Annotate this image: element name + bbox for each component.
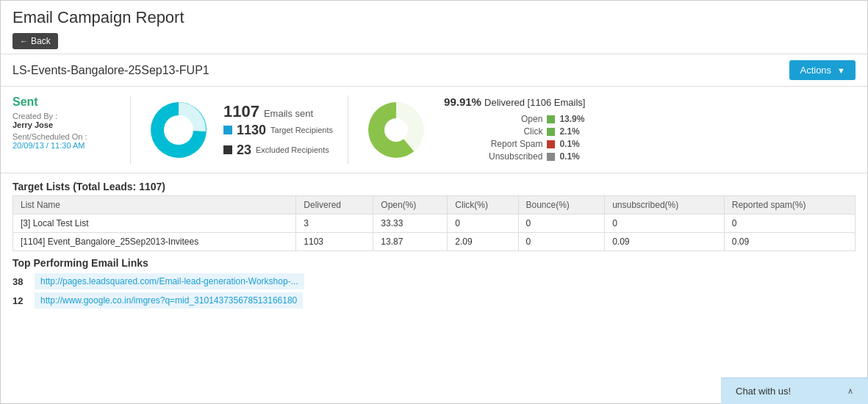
- cell-list-name: [1104] Event_Bangalore_25Sep2013-Invitee…: [13, 233, 296, 251]
- delivered-label: Delivered [1106 Emails]: [484, 97, 585, 108]
- table-row: [1104] Event_Bangalore_25Sep2013-Invitee…: [13, 233, 856, 251]
- svg-point-1: [164, 115, 193, 145]
- col-delivered: Delivered: [296, 196, 373, 214]
- table-row: [3] Local Test List 3 33.33 0 0 0 0: [13, 214, 856, 233]
- back-button[interactable]: ← Back: [12, 33, 58, 49]
- created-by-label: Created By :: [12, 112, 118, 120]
- cell-click: 2.09: [448, 233, 518, 251]
- link-row: 38 http://pages.leadsquared.com/Email-le…: [12, 273, 856, 289]
- open-label: Open: [476, 114, 542, 124]
- cell-delivered: 3: [296, 214, 373, 233]
- back-arrow-icon: ←: [20, 37, 28, 46]
- link-url[interactable]: http://www.google.co.in/imgres?q=mid_310…: [35, 292, 303, 309]
- sent-scheduled-label: Sent/Scheduled On :: [12, 132, 118, 141]
- cell-click: 0: [448, 214, 518, 233]
- unsub-value: 0.1%: [559, 151, 585, 162]
- target-square-icon: [223, 126, 232, 134]
- svg-point-3: [384, 118, 408, 142]
- open-value: 13.9%: [559, 114, 585, 124]
- actions-button[interactable]: Actions ▼: [789, 60, 856, 80]
- sent-scheduled-value: 20/09/13 / 11:30 AM: [12, 141, 118, 150]
- cell-unsub: 0: [605, 214, 725, 233]
- click-color-icon: [547, 128, 555, 136]
- target-lists-table: List Name Delivered Open(%) Click(%) Bou…: [12, 195, 856, 251]
- spam-color-icon: [547, 140, 555, 148]
- unsub-stat-row: Unsubscribed 0.1%: [444, 151, 585, 162]
- delivered-title: 99.91% Delivered [1106 Emails]: [444, 95, 585, 108]
- link-count: 38: [12, 276, 27, 287]
- chat-arrow-icon: ∧: [847, 386, 853, 396]
- cell-spam: 0: [724, 214, 855, 233]
- page-title: Email Campaign Report: [12, 8, 856, 27]
- cell-list-name: [3] Local Test List: [13, 214, 296, 233]
- col-list-name: List Name: [13, 196, 296, 214]
- recipients-list: 1130 Target Recipients 23 Excluded Recip…: [223, 123, 333, 158]
- excluded-label: Excluded Recipients: [256, 145, 329, 154]
- click-value: 2.1%: [559, 126, 585, 137]
- spam-label: Report Spam: [476, 139, 542, 149]
- target-number: 1130: [237, 123, 266, 138]
- col-spam: Reported spam(%): [724, 196, 855, 214]
- click-label: Click: [476, 126, 542, 137]
- col-open: Open(%): [373, 196, 448, 214]
- delivered-section: 99.91% Delivered [1106 Emails] Open 13.9…: [348, 95, 856, 164]
- open-stat-row: Open 13.9%: [444, 114, 585, 124]
- cell-delivered: 1103: [296, 233, 373, 251]
- target-label: Target Recipients: [270, 126, 333, 134]
- excluded-square-icon: [223, 145, 232, 154]
- target-lists-title: Target Lists (Total Leads: 1107): [1, 173, 867, 195]
- excluded-recipients-item: 23 Excluded Recipients: [223, 143, 333, 158]
- top-links-list: 38 http://pages.leadsquared.com/Email-le…: [12, 273, 856, 309]
- cell-open: 13.87: [373, 233, 448, 251]
- col-unsub: unsubscribed(%): [605, 196, 725, 214]
- cell-bounce: 0: [518, 233, 605, 251]
- cell-unsub: 0.09: [605, 233, 725, 251]
- stats-area: Sent Created By : Jerry Jose Sent/Schedu…: [1, 87, 867, 173]
- emails-sent-suffix: Emails sent: [264, 108, 313, 119]
- delivered-chart: [363, 97, 429, 163]
- table-header-row: List Name Delivered Open(%) Click(%) Bou…: [13, 196, 856, 214]
- delivered-pct: 99.91%: [444, 95, 481, 108]
- click-stat-row: Click 2.1%: [444, 126, 585, 137]
- campaign-name: LS-Events-Bangalore-25Sep13-FUP1: [12, 64, 209, 77]
- top-links-title: Top Performing Email Links: [12, 257, 856, 269]
- sent-status-label: Sent: [12, 95, 118, 109]
- spam-stat-row: Report Spam 0.1%: [444, 139, 585, 149]
- created-by-value: Jerry Jose: [12, 120, 118, 129]
- cell-bounce: 0: [518, 214, 605, 233]
- cell-open: 33.33: [373, 214, 448, 233]
- target-lists-table-wrapper: List Name Delivered Open(%) Click(%) Bou…: [1, 195, 867, 251]
- unsub-color-icon: [547, 153, 555, 161]
- actions-label: Actions: [800, 65, 831, 76]
- top-links-section: Top Performing Email Links 38 http://pag…: [1, 251, 867, 309]
- spam-value: 0.1%: [559, 139, 585, 149]
- cell-spam: 0.09: [724, 233, 855, 251]
- link-url[interactable]: http://pages.leadsquared.com/Email-lead-…: [35, 273, 304, 289]
- chevron-down-icon: ▼: [837, 66, 845, 75]
- campaign-row: LS-Events-Bangalore-25Sep13-FUP1 Actions…: [1, 54, 867, 87]
- delivered-stats: 99.91% Delivered [1106 Emails] Open 13.9…: [444, 95, 585, 164]
- excluded-number: 23: [237, 143, 251, 158]
- chat-widget[interactable]: Chat with us! ∧: [721, 378, 868, 404]
- emails-sent-chart: [146, 97, 212, 163]
- unsub-label: Unsubscribed: [476, 151, 542, 162]
- link-count: 12: [12, 295, 27, 306]
- col-click: Click(%): [448, 196, 518, 214]
- sent-info: Sent Created By : Jerry Jose Sent/Schedu…: [12, 95, 130, 164]
- col-bounce: Bounce(%): [518, 196, 605, 214]
- chat-label: Chat with us!: [736, 386, 791, 397]
- open-color-icon: [547, 115, 555, 123]
- link-row: 12 http://www.google.co.in/imgres?q=mid_…: [12, 292, 856, 309]
- emails-sent-section: 1107 Emails sent 1130 Target Recipients …: [130, 95, 348, 164]
- emails-sent-number: 1107: [223, 102, 259, 121]
- target-recipients-item: 1130 Target Recipients: [223, 123, 333, 138]
